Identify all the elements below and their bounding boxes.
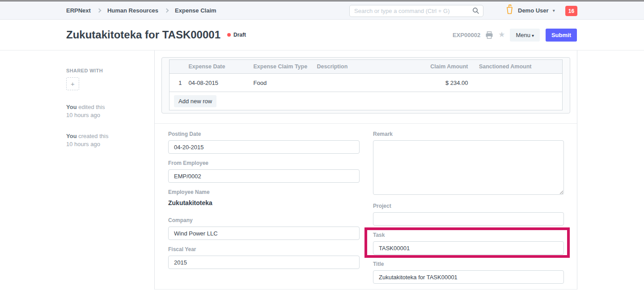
search-input[interactable] [349,5,483,17]
table-header-row: Expense Date Expense Claim Type Descript… [169,60,563,74]
status-dot-icon [227,33,231,37]
column-description: Description [313,60,376,74]
menu-button[interactable]: Menu▾ [510,29,540,42]
title-input[interactable] [373,270,564,284]
task-field: Task [373,232,564,255]
remark-field: Remark [373,131,564,197]
add-share-button[interactable]: + [66,77,79,90]
from-employee-field: From Employee [168,160,360,183]
table-row[interactable]: 1 04-08-2015 Food $ 234.00 [169,74,563,92]
caret-down-icon: ▾ [532,33,534,38]
remark-label: Remark [373,131,564,137]
form-column-right: Remark Project Task Title [373,131,564,290]
shared-with-label: SHARED WITH [66,68,154,73]
title-label: Title [373,261,564,267]
breadcrumb: ERPNext Human Resources Expense Claim [66,1,216,19]
employee-name-value: Zukutakitoteka [168,198,360,211]
chevron-down-icon: ▾ [553,8,555,13]
activity-when: 10 hours ago [66,111,154,119]
add-row-button[interactable]: Add new row [174,95,216,107]
table-footer-row: Add new row [169,92,563,110]
juice-cup-icon [505,4,514,17]
title-field: Title [373,261,564,284]
fiscal-year-label: Fiscal Year [168,246,360,252]
activity-action: created this [78,133,108,139]
cell-sanctioned-amount[interactable] [473,74,536,92]
company-input[interactable] [168,227,360,240]
chevron-right-icon [165,8,169,13]
printer-icon [485,34,493,40]
activity-when: 10 hours ago [66,140,154,148]
employee-name-label: Employee Name [168,189,360,195]
column-claim-amount: Claim Amount [376,60,473,74]
fiscal-year-input[interactable] [168,256,360,269]
cell-claim-amount[interactable]: $ 234.00 [376,74,473,92]
from-employee-label: From Employee [168,160,360,166]
header-actions: EXP00002 ★ Menu▾ Submit [453,29,577,42]
cell-expense-claim-type[interactable]: Food [249,74,313,92]
user-menu[interactable]: Demo User ▾ [505,1,555,19]
activity-who: You [66,104,77,110]
expense-table: Expense Date Expense Claim Type Descript… [169,59,563,110]
user-name: Demo User [518,7,549,14]
chevron-right-icon [97,8,101,13]
project-label: Project [373,203,564,209]
form-column-left: Posting Date From Employee Employee Name… [168,131,360,290]
project-input[interactable] [373,212,564,226]
form-body: Expense Date Expense Claim Type Descript… [154,50,577,290]
breadcrumb-human-resources[interactable]: Human Resources [107,7,158,14]
fiscal-year-field: Fiscal Year [168,246,360,269]
column-spacer [536,60,563,74]
print-button[interactable] [485,31,493,39]
cell-expense-date[interactable]: 04-08-2015 [184,74,249,92]
column-expense-date: Expense Date [184,60,249,74]
cell-row-index[interactable]: 1 [169,74,184,92]
from-employee-input[interactable] [168,169,360,183]
employee-name-field: Employee Name Zukutakitoteka [168,189,360,211]
posting-date-input[interactable] [168,140,360,154]
column-sanctioned-amount: Sanctioned Amount [473,60,536,74]
posting-date-field: Posting Date [168,131,360,154]
task-label: Task [373,232,564,238]
column-idx [169,60,184,74]
breadcrumb-erpnext[interactable]: ERPNext [66,7,91,14]
submit-button[interactable]: Submit [546,29,577,42]
cell-spacer [536,74,563,92]
activity-item: You created this 10 hours ago [66,132,154,148]
breadcrumb-expense-claim[interactable]: Expense Claim [175,7,216,14]
activity-item: You edited this 10 hours ago [66,103,154,119]
notification-badge[interactable]: 16 [565,6,577,16]
status-badge: Draft [233,32,246,38]
task-input[interactable] [373,241,564,255]
column-expense-claim-type: Expense Claim Type [249,60,313,74]
status-indicator: Draft [227,32,246,38]
global-search [349,5,483,17]
posting-date-label: Posting Date [168,131,360,137]
project-field: Project [373,203,564,226]
activity-who: You [66,133,77,139]
page-title: Zukutakitoteka for TASK00001 [66,29,220,41]
navbar: ERPNext Human Resources Expense Claim De… [0,1,644,20]
document-id: EXP00002 [453,32,480,38]
activity-action: edited this [78,104,105,110]
page-header: Zukutakitoteka for TASK00001 Draft EXP00… [0,20,644,50]
sidebar: SHARED WITH + You edited this 10 hours a… [66,50,154,148]
expenses-section: Expense Date Expense Claim Type Descript… [161,57,570,113]
search-icon[interactable] [472,7,479,16]
company-field: Company [168,217,360,240]
cell-description[interactable] [313,74,376,92]
remark-textarea[interactable] [373,140,564,195]
company-label: Company [168,217,360,223]
details-section: Posting Date From Employee Employee Name… [155,123,577,290]
